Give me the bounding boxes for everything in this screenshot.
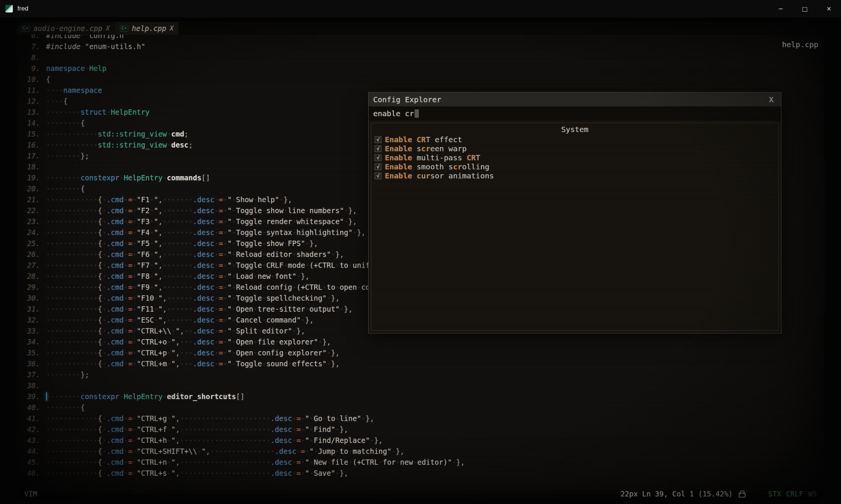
config-option-label: Enable screen warp bbox=[385, 144, 467, 153]
line-number: 19. bbox=[17, 172, 46, 183]
config-option-label: Enable multi-pass CRT bbox=[385, 153, 480, 162]
code-text: { bbox=[46, 74, 50, 85]
code-line[interactable]: 39.········constexpr·HelpEntry·editor_sh… bbox=[17, 391, 824, 402]
line-number: 24. bbox=[17, 227, 46, 238]
line-number: 21. bbox=[17, 194, 46, 205]
code-text: ············std::string_view·cmd; bbox=[46, 129, 189, 140]
line-number: 41. bbox=[17, 413, 46, 424]
code-line[interactable]: 46.············{·.cmd·=·"CTRL+s·",······… bbox=[17, 468, 824, 479]
code-line[interactable]: 8. bbox=[17, 52, 824, 63]
code-text: ········struct·HelpEntry bbox=[46, 107, 150, 118]
popup-title-bar: Config Explorer X bbox=[369, 92, 781, 106]
code-text: ············{·.cmd·=·"F9·",·······.desc·… bbox=[46, 282, 409, 293]
checkbox-checked-icon[interactable]: √ bbox=[375, 172, 381, 179]
checkbox-checked-icon[interactable]: √ bbox=[375, 163, 381, 170]
line-number: 9. bbox=[17, 63, 46, 74]
code-text: ············{·.cmd·=·"CTRL+s·",·········… bbox=[46, 468, 348, 479]
line-number: 27. bbox=[17, 260, 46, 271]
status-flag-ws: WS bbox=[808, 490, 817, 498]
window-title: fred bbox=[17, 5, 28, 12]
tab-close-icon[interactable]: X bbox=[170, 25, 174, 32]
maximize-button[interactable]: □ bbox=[793, 0, 817, 17]
line-number: 31. bbox=[17, 304, 46, 315]
config-search-query: enable cr bbox=[373, 109, 414, 118]
code-text: ····{ bbox=[46, 96, 68, 107]
code-text: ············{·.cmd·=·"F5·",·······.desc·… bbox=[46, 238, 318, 249]
status-flags: STXCRLFWS bbox=[768, 490, 817, 498]
code-text: ············{·.cmd·=·"F10·",······.desc·… bbox=[46, 293, 340, 304]
code-text: namespace·Help bbox=[46, 63, 106, 74]
code-line[interactable]: 10.{ bbox=[17, 74, 824, 85]
code-line[interactable]: 9.namespace·Help bbox=[17, 63, 824, 74]
code-line[interactable]: 40.········{ bbox=[17, 402, 824, 413]
code-text: ············{·.cmd·=·"ESC·",······.desc·… bbox=[46, 315, 314, 326]
tab-close-icon[interactable]: X bbox=[106, 25, 109, 32]
code-text: ············{·.cmd·=·"F6·",·······.desc·… bbox=[46, 249, 344, 260]
line-number: 37. bbox=[17, 369, 46, 380]
lock-icon bbox=[739, 490, 745, 498]
line-number: 12. bbox=[17, 96, 46, 107]
minimize-button[interactable]: ─ bbox=[769, 0, 793, 17]
checkbox-checked-icon[interactable]: √ bbox=[375, 136, 381, 143]
popup-close-button[interactable]: X bbox=[769, 95, 773, 104]
tab-label: audio-engine.cpp bbox=[33, 24, 102, 32]
cursor-position-status: 22px Ln 39, Col 1 (15.42%) bbox=[621, 490, 733, 498]
current-file-badge: help.cpp bbox=[782, 40, 818, 49]
config-option[interactable]: √Enable cursor animations bbox=[371, 171, 778, 180]
code-line[interactable]: 45.············{·.cmd·=·"CTRL+n·",······… bbox=[17, 457, 824, 468]
code-text: ············{·.cmd·=·"F2·",·······.desc·… bbox=[46, 205, 357, 216]
code-text: ········{ bbox=[46, 183, 85, 194]
line-number: 42. bbox=[17, 424, 46, 435]
line-number: 45. bbox=[17, 457, 46, 468]
line-number: 13. bbox=[17, 107, 46, 118]
line-number: 38. bbox=[17, 380, 46, 391]
checkbox-checked-icon[interactable]: √ bbox=[375, 154, 381, 161]
config-option[interactable]: √Enable multi-pass CRT bbox=[371, 153, 778, 162]
code-line[interactable]: 37.········}; bbox=[17, 369, 824, 380]
line-number: 16. bbox=[17, 140, 46, 151]
config-option[interactable]: √Enable smooth scrolling bbox=[371, 162, 778, 171]
code-line[interactable]: 35.············{·.cmd·=·"CTRL+p·",···.de… bbox=[17, 347, 824, 358]
code-line[interactable]: 41.············{·.cmd·=·"CTRL+g·",······… bbox=[17, 413, 824, 424]
config-option-label: Enable cursor animations bbox=[385, 171, 494, 180]
code-text: ············{·.cmd·=·"CTRL+m·",···.desc·… bbox=[46, 358, 340, 369]
code-line[interactable]: 44.············{·.cmd·=·"CTRL+SHIFT+\\·"… bbox=[17, 446, 824, 457]
code-text: ············{·.cmd·=·"CTRL+n·",·········… bbox=[46, 457, 465, 468]
code-text: ····namespace bbox=[46, 85, 102, 96]
tab-bar: C+audio-engine.cppXC+help.cppX bbox=[17, 22, 824, 35]
app-icon bbox=[5, 5, 13, 12]
config-option-label: Enable smooth scrolling bbox=[385, 162, 489, 171]
popup-title: Config Explorer bbox=[373, 95, 441, 104]
code-line[interactable]: 38. bbox=[17, 380, 824, 391]
line-number: 10. bbox=[17, 74, 46, 85]
code-line[interactable]: 42.············{·.cmd·=·"CTRL+f·",······… bbox=[17, 424, 824, 435]
code-line[interactable]: 6.#include·"config.h" bbox=[17, 35, 824, 41]
code-line[interactable]: 43.············{·.cmd·=·"CTRL+h·",······… bbox=[17, 435, 824, 446]
tab-help.cpp[interactable]: C+help.cppX bbox=[115, 22, 179, 35]
close-button[interactable]: ✕ bbox=[817, 0, 841, 17]
code-text: ············{·.cmd·=·"CTRL+f·",·········… bbox=[46, 424, 348, 435]
line-number: 15. bbox=[17, 129, 46, 140]
code-line[interactable]: 34.············{·.cmd·=·"CTRL+o·",···.de… bbox=[17, 337, 824, 347]
status-right: 22px Ln 39, Col 1 (15.42%) STXCRLFWS bbox=[621, 490, 817, 498]
code-line[interactable]: 36.············{·.cmd·=·"CTRL+m·",···.de… bbox=[17, 358, 824, 369]
config-option[interactable]: √Enable CRT effect bbox=[371, 135, 778, 144]
config-list-panel: System √Enable CRT effect√Enable screen … bbox=[371, 123, 779, 331]
code-text: #include·"config.h" bbox=[46, 35, 128, 41]
checkbox-checked-icon[interactable]: √ bbox=[375, 145, 381, 152]
line-number: 18. bbox=[17, 161, 46, 172]
code-text: ············{·.cmd·=·"F1·",·······.desc·… bbox=[46, 194, 292, 205]
tab-audio-engine.cpp[interactable]: C+audio-engine.cppX bbox=[17, 22, 115, 35]
config-option[interactable]: √Enable screen warp bbox=[371, 144, 778, 153]
code-text: ············{·.cmd·=·"CTRL+o·",···.desc·… bbox=[46, 337, 331, 347]
line-number: 23. bbox=[17, 216, 46, 227]
line-number: 22. bbox=[17, 205, 46, 216]
code-text: ············{·.cmd·=·"F7·",·······.desc·… bbox=[46, 260, 396, 271]
code-text: ············{·.cmd·=·"CTRL+g·",·········… bbox=[46, 413, 374, 424]
code-line[interactable]: 7.#include·"enum-utils.h" bbox=[17, 41, 824, 52]
line-number: 32. bbox=[17, 315, 46, 326]
line-number: 43. bbox=[17, 435, 46, 446]
line-number: 6. bbox=[17, 35, 46, 41]
status-flag-stx: STX bbox=[768, 490, 781, 498]
config-search-input[interactable]: enable cr bbox=[369, 106, 781, 120]
